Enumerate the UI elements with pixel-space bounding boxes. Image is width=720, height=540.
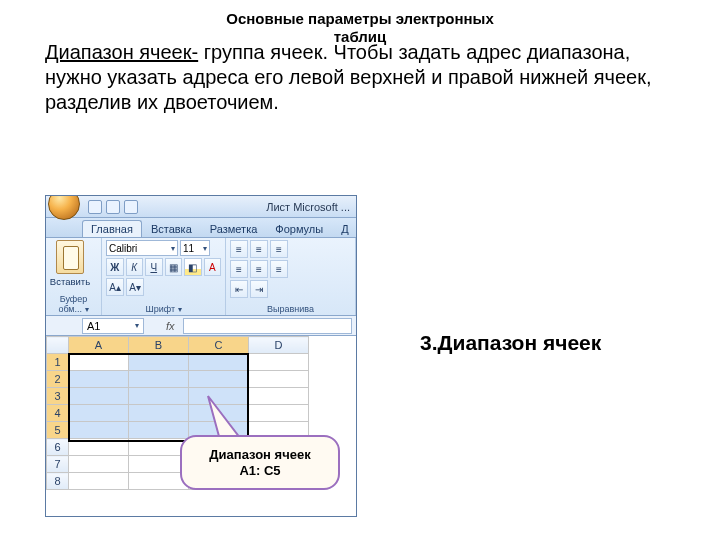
group-font-label: Шрифт ▾ — [106, 304, 221, 315]
group-clipboard-label: Буфер обм... ▾ — [50, 294, 97, 315]
align-right-button[interactable]: ≡ — [270, 260, 288, 278]
border-button[interactable]: ▦ — [165, 258, 183, 276]
font-name-select[interactable]: Calibri▾ — [106, 240, 178, 256]
cell[interactable] — [189, 371, 249, 388]
row-header-2[interactable]: 2 — [47, 371, 69, 388]
row-header-4[interactable]: 4 — [47, 405, 69, 422]
quick-access-toolbar — [88, 200, 138, 214]
term: Диапазон ячеек- — [45, 41, 198, 63]
callout-line1: Диапазон ячеек — [209, 447, 310, 462]
cell[interactable] — [69, 354, 129, 371]
shrink-font-button[interactable]: A▾ — [126, 278, 144, 296]
formula-bar-row: A1▾ fx — [46, 316, 356, 336]
align-left-button[interactable]: ≡ — [230, 260, 248, 278]
cell[interactable] — [69, 405, 129, 422]
group-alignment: ≡ ≡ ≡ ≡ ≡ ≡ ⇤ ⇥ Выравнива — [226, 238, 356, 315]
cell[interactable] — [129, 354, 189, 371]
col-header-d[interactable]: D — [249, 337, 309, 354]
row-header-3[interactable]: 3 — [47, 388, 69, 405]
align-bottom-button[interactable]: ≡ — [270, 240, 288, 258]
row-header-8[interactable]: 8 — [47, 473, 69, 490]
font-size-select[interactable]: 11▾ — [180, 240, 210, 256]
paste-label: Вставить — [50, 276, 90, 287]
cell[interactable] — [69, 422, 129, 439]
cell[interactable] — [129, 405, 189, 422]
office-button-icon[interactable] — [48, 195, 80, 220]
formula-bar[interactable] — [183, 318, 352, 334]
fx-icon[interactable]: fx — [166, 320, 175, 332]
title-line1: Основные параметры электронных — [226, 10, 494, 27]
group-align-label: Выравнива — [230, 304, 351, 315]
cell[interactable] — [249, 354, 309, 371]
tab-layout[interactable]: Разметка — [201, 220, 267, 237]
tab-more[interactable]: Д — [332, 220, 357, 237]
row-header-6[interactable]: 6 — [47, 439, 69, 456]
window-title: Лист Microsoft ... — [266, 201, 350, 213]
row-header-1[interactable]: 1 — [47, 354, 69, 371]
callout-bubble: Диапазон ячеек А1: С5 — [180, 435, 340, 490]
cell[interactable] — [129, 371, 189, 388]
align-center-button[interactable]: ≡ — [250, 260, 268, 278]
qat-redo-icon[interactable] — [124, 200, 138, 214]
row-header-7[interactable]: 7 — [47, 456, 69, 473]
qat-save-icon[interactable] — [88, 200, 102, 214]
ribbon-body: Вставить Буфер обм... ▾ Calibri▾ 11▾ Ж К… — [46, 238, 356, 316]
col-header-b[interactable]: B — [129, 337, 189, 354]
tab-home[interactable]: Главная — [82, 220, 142, 237]
tab-formulas[interactable]: Формулы — [266, 220, 332, 237]
col-header-a[interactable]: A — [69, 337, 129, 354]
cell[interactable] — [69, 456, 129, 473]
underline-button[interactable]: Ч — [145, 258, 163, 276]
ribbon-tabs: Главная Вставка Разметка Формулы Д — [46, 218, 356, 238]
align-middle-button[interactable]: ≡ — [250, 240, 268, 258]
cell[interactable] — [69, 473, 129, 490]
paste-button[interactable]: Вставить — [50, 240, 90, 287]
col-header-c[interactable]: C — [189, 337, 249, 354]
increase-indent-button[interactable]: ⇥ — [250, 280, 268, 298]
cell[interactable] — [69, 439, 129, 456]
svg-marker-0 — [208, 396, 240, 440]
italic-button[interactable]: К — [126, 258, 144, 276]
cell[interactable] — [129, 422, 189, 439]
callout-line2: А1: С5 — [239, 463, 280, 478]
group-clipboard: Вставить Буфер обм... ▾ — [46, 238, 102, 315]
definition-paragraph: Диапазон ячеек- группа ячеек. Чтобы зада… — [0, 40, 720, 115]
cell[interactable] — [69, 388, 129, 405]
cell[interactable] — [189, 354, 249, 371]
align-top-button[interactable]: ≡ — [230, 240, 248, 258]
row-header-5[interactable]: 5 — [47, 422, 69, 439]
section-number-label: 3.Диапазон ячеек — [420, 330, 601, 355]
grow-font-button[interactable]: A▴ — [106, 278, 124, 296]
tab-insert[interactable]: Вставка — [142, 220, 201, 237]
cell[interactable] — [129, 388, 189, 405]
cell[interactable] — [69, 371, 129, 388]
select-all-corner[interactable] — [47, 337, 69, 354]
bold-button[interactable]: Ж — [106, 258, 124, 276]
clipboard-icon — [56, 240, 84, 274]
excel-titlebar: Лист Microsoft ... — [46, 196, 356, 218]
fill-color-button[interactable]: ◧ — [184, 258, 202, 276]
qat-undo-icon[interactable] — [106, 200, 120, 214]
font-color-button[interactable]: A — [204, 258, 222, 276]
cell[interactable] — [249, 371, 309, 388]
group-font: Calibri▾ 11▾ Ж К Ч ▦ ◧ A A▴ A▾ Шрифт ▾ — [102, 238, 226, 315]
decrease-indent-button[interactable]: ⇤ — [230, 280, 248, 298]
name-box[interactable]: A1▾ — [82, 318, 144, 334]
